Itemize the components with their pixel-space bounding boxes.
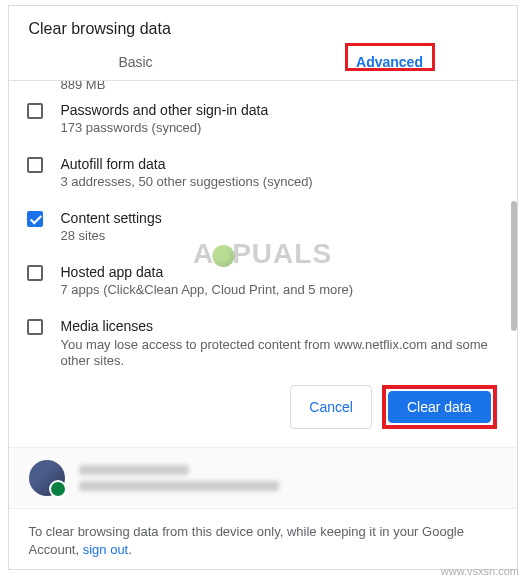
checkbox-content-settings[interactable] [27, 211, 43, 227]
item-subtitle: 7 apps (Click&Clean App, Cloud Print, an… [61, 282, 499, 299]
profile-email-redacted [79, 481, 279, 491]
sign-out-link[interactable]: sign out [83, 542, 129, 557]
tab-advanced-label: Advanced [356, 54, 423, 70]
annotation-highlight: Clear data [382, 385, 497, 429]
tab-basic[interactable]: Basic [9, 46, 263, 80]
item-title: Media licenses [61, 317, 499, 335]
profile-name-redacted [79, 465, 189, 475]
item-subtitle: 28 sites [61, 228, 499, 245]
list-item: Content settings 28 sites [25, 200, 499, 254]
clear-data-button[interactable]: Clear data [388, 391, 491, 423]
item-title: Passwords and other sign-in data [61, 101, 499, 119]
item-subtitle: 173 passwords (synced) [61, 120, 499, 137]
checkbox-passwords[interactable] [27, 103, 43, 119]
footer-suffix: . [128, 542, 132, 557]
item-subtitle: 3 addresses, 50 other suggestions (synce… [61, 174, 499, 191]
previous-item-fragment: 889 MB [25, 81, 499, 92]
checkbox-autofill[interactable] [27, 157, 43, 173]
data-type-list: 889 MB Passwords and other sign-in data … [9, 81, 517, 371]
profile-section [9, 447, 517, 508]
item-subtitle: You may lose access to protected content… [61, 337, 499, 371]
item-title: Hosted app data [61, 263, 499, 281]
item-title: Autofill form data [61, 155, 499, 173]
tab-basic-label: Basic [118, 54, 152, 70]
cancel-button[interactable]: Cancel [290, 385, 372, 429]
footer-note: To clear browsing data from this device … [9, 508, 517, 573]
profile-info [79, 465, 279, 491]
item-title: Content settings [61, 209, 499, 227]
scrollbar-thumb[interactable] [511, 201, 517, 331]
list-item: Autofill form data 3 addresses, 50 other… [25, 146, 499, 200]
checkbox-media-licenses[interactable] [27, 319, 43, 335]
tab-advanced[interactable]: Advanced [263, 46, 517, 80]
tab-bar: Basic Advanced [9, 46, 517, 81]
clear-browsing-data-dialog: Clear browsing data Basic Advanced 889 M… [8, 5, 518, 570]
watermark-url: www.vsxsn.com [441, 565, 519, 577]
list-item: Hosted app data 7 apps (Click&Clean App,… [25, 254, 499, 308]
dialog-actions: Cancel Clear data [9, 371, 517, 447]
list-item: Passwords and other sign-in data 173 pas… [25, 92, 499, 146]
checkbox-hosted-app-data[interactable] [27, 265, 43, 281]
avatar [29, 460, 65, 496]
dialog-title: Clear browsing data [9, 6, 517, 46]
scrollbar[interactable] [511, 81, 517, 371]
list-item: Media licenses You may lose access to pr… [25, 308, 499, 371]
